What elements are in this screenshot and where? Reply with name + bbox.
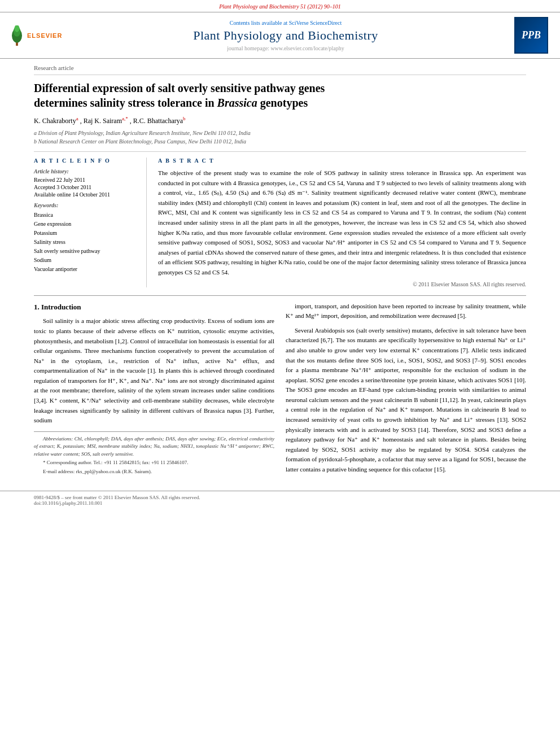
available-date: Available online 14 October 2011 xyxy=(34,191,138,198)
copyright-notice: © 2011 Elsevier Masson SAS. All rights r… xyxy=(158,281,526,287)
keyword-potassium: Potassium xyxy=(34,229,138,238)
keyword-sodium: Sodium xyxy=(34,256,138,265)
affiliation-a: a Division of Plant Physiology, Indian A… xyxy=(34,129,526,137)
author2-name: , Raj K. Sairam xyxy=(80,117,122,125)
author1-sup: a xyxy=(76,116,78,121)
keywords-section: Keywords: Brassica Gene expression Potas… xyxy=(34,202,138,274)
article-title: Differential expression of salt overly s… xyxy=(34,81,526,110)
abstract-text: The objective of the present study was t… xyxy=(158,168,526,278)
title-line1: Differential expression of salt overly s… xyxy=(34,82,325,94)
footer-doi: doi:10.1016/j.plaphy.2011.10.001 xyxy=(34,500,526,506)
keyword-brassica: Brassica xyxy=(34,211,138,220)
body-right-column: import, transport, and deposition have b… xyxy=(286,302,526,479)
abbreviations-note: Abbreviations: Chl, chlorophyll; DAA, da… xyxy=(34,435,274,458)
keyword-salinity: Salinity stress xyxy=(34,238,138,247)
keyword-vacuolar: Vacuolar antiporter xyxy=(34,265,138,274)
journal-center-info: Contents lists available at SciVerse Sci… xyxy=(65,20,506,51)
journal-citation: Plant Physiology and Biochemistry 51 (20… xyxy=(219,3,341,10)
affiliation-b: b National Research Center on Plant Biot… xyxy=(34,137,526,146)
ppb-logo-area: PPB xyxy=(511,17,551,54)
history-section: Article history: Received 22 July 2011 A… xyxy=(34,168,138,198)
journal-homepage: journal homepage: www.elsevier.com/locat… xyxy=(65,45,506,51)
abstract-column: A B S T R A C T The objective of the pre… xyxy=(158,158,526,287)
received-date: Received 22 July 2011 xyxy=(34,177,138,183)
journal-title: Plant Physiology and Biochemistry xyxy=(65,28,506,43)
page-footer: 0981-9428/$ – see front matter © 2011 El… xyxy=(0,491,560,509)
sciverse-link[interactable]: SciVerse ScienceDirect xyxy=(289,20,342,26)
ppb-logo: PPB xyxy=(514,17,548,54)
title-italic: Brassica xyxy=(217,97,257,109)
elsevier-brand-text: ELSEVIER xyxy=(27,32,62,39)
title-line2: determines salinity stress tolerance in xyxy=(34,97,217,109)
elsevier-tree-icon xyxy=(9,25,25,46)
keywords-label: Keywords: xyxy=(34,202,138,208)
body-section: 1. Introduction Soil salinity is a major… xyxy=(34,302,526,479)
title-line2-end: genotypes xyxy=(257,97,308,109)
email-note: E-mail address: rks_ppl@yahoo.co.uk (R.K… xyxy=(34,468,274,476)
author1-name: K. Chakraborty xyxy=(34,117,76,125)
article-info-heading: A R T I C L E I N F O xyxy=(34,158,138,164)
corresponding-author-note: * Corresponding author. Tel.: +91 11 258… xyxy=(34,459,274,467)
keyword-gene-expression: Gene expression xyxy=(34,220,138,229)
intro-para1: Soil salinity is a major abiotic stress … xyxy=(34,316,274,426)
right-col-para1: import, transport, and deposition have b… xyxy=(286,302,526,321)
intro-heading: 1. Introduction xyxy=(34,302,274,313)
abstract-heading: A B S T R A C T xyxy=(158,158,526,164)
right-col-para2: Several Arabidopsis sos (salt overly sen… xyxy=(286,326,526,475)
authors-line: K. Chakrabortya , Raj K. Sairama,* , R.C… xyxy=(34,116,526,125)
info-abstract-section: A R T I C L E I N F O Article history: R… xyxy=(34,151,526,287)
top-bar: Plant Physiology and Biochemistry 51 (20… xyxy=(0,0,560,12)
journal-header: ELSEVIER Contents lists available at Sci… xyxy=(0,12,560,59)
body-left-column: 1. Introduction Soil salinity is a major… xyxy=(34,302,274,479)
author3-name: , R.C. Bhattacharya xyxy=(130,117,183,125)
affiliations: a Division of Plant Physiology, Indian A… xyxy=(34,129,526,146)
accepted-date: Accepted 3 October 2011 xyxy=(34,184,138,190)
article-info-column: A R T I C L E I N F O Article history: R… xyxy=(34,158,147,287)
footer-issn: 0981-9428/$ – see front matter © 2011 El… xyxy=(34,495,526,500)
keyword-sos: Salt overly sensitive pathway xyxy=(34,247,138,256)
footnote-area: Abbreviations: Chl, chlorophyll; DAA, da… xyxy=(34,431,274,476)
author2-sup: a,* xyxy=(122,116,128,121)
history-label: Article history: xyxy=(34,168,138,174)
elsevier-logo-area: ELSEVIER xyxy=(9,24,60,47)
article-type: Research article xyxy=(34,64,526,75)
author3-sup: b xyxy=(183,116,186,121)
sciverse-availability: Contents lists available at SciVerse Sci… xyxy=(65,20,506,26)
section-divider xyxy=(34,295,526,296)
